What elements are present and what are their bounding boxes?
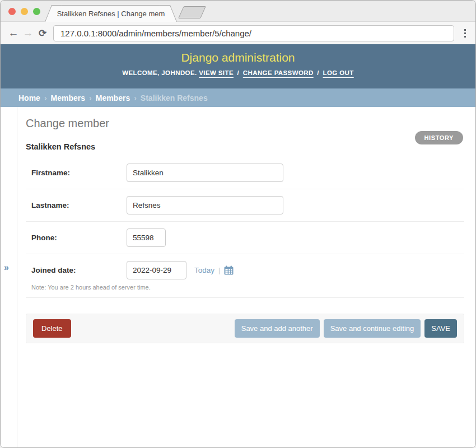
- welcome-text: WELCOME,: [122, 69, 159, 76]
- breadcrumb-home[interactable]: Home: [18, 94, 40, 102]
- view-site-link[interactable]: VIEW SITE: [199, 69, 234, 76]
- change-password-link[interactable]: CHANGE PASSWORD: [243, 69, 314, 76]
- username: JOHNDOE: [161, 69, 195, 76]
- delete-button[interactable]: Delete: [33, 319, 71, 338]
- date-shortcuts: Today |: [194, 265, 234, 275]
- lastname-label: Lastname:: [31, 201, 127, 209]
- today-link[interactable]: Today: [194, 266, 214, 274]
- shortcut-separator: |: [218, 266, 220, 274]
- page-content: » Change member HISTORY Stalikken Refsne…: [1, 107, 475, 447]
- breadcrumb-separator: ›: [89, 94, 92, 102]
- phone-field[interactable]: [127, 228, 166, 247]
- main-content: Change member HISTORY Stalikken Refsnes …: [17, 107, 475, 447]
- maximize-window-icon[interactable]: [33, 8, 40, 15]
- tab-title: Stalikken Refsnes | Change mem: [57, 10, 165, 18]
- breadcrumb-separator: ›: [134, 94, 137, 102]
- minimize-window-icon[interactable]: [21, 8, 28, 15]
- object-name: Stalikken Refsnes: [26, 142, 464, 151]
- nav-sidebar-strip: »: [1, 107, 17, 447]
- breadcrumb-separator: ›: [44, 94, 47, 102]
- logout-link[interactable]: LOG OUT: [323, 69, 354, 76]
- address-bar[interactable]: 127.0.0.1:8000/admin/members/member/5/ch…: [53, 25, 454, 41]
- browser-window: Stalikken Refsnes | Change mem ← → ⟳ 127…: [0, 0, 476, 448]
- form-row-joined-date: Joined date: Today |: [26, 254, 464, 298]
- timezone-note: Note: You are 2 hours ahead of server ti…: [31, 284, 464, 291]
- form-row-lastname: Lastname:: [26, 189, 464, 222]
- phone-label: Phone:: [31, 234, 127, 242]
- lastname-field[interactable]: [127, 196, 283, 214]
- reload-icon[interactable]: ⟳: [35, 26, 50, 40]
- breadcrumb-current: Stalikken Refsnes: [141, 94, 208, 102]
- submit-row: Delete Save and add another Save and con…: [26, 314, 464, 343]
- new-tab-button[interactable]: [178, 6, 206, 18]
- breadcrumb-members-model[interactable]: Members: [96, 94, 130, 102]
- browser-menu-icon[interactable]: [460, 26, 470, 40]
- window-controls: [8, 8, 40, 15]
- save-add-another-button[interactable]: Save and add another: [235, 319, 320, 338]
- close-window-icon[interactable]: [8, 8, 16, 15]
- forward-icon: →: [21, 26, 35, 40]
- joined-date-field[interactable]: [127, 261, 186, 279]
- breadcrumb: Home › Members › Members › Stalikken Ref…: [1, 88, 475, 107]
- browser-toolbar: ← → ⟳ 127.0.0.1:8000/admin/members/membe…: [1, 22, 475, 44]
- link-separator: /: [317, 69, 319, 76]
- save-continue-button[interactable]: Save and continue editing: [324, 319, 421, 338]
- back-icon[interactable]: ←: [6, 26, 21, 40]
- site-title[interactable]: Django administration: [181, 51, 295, 64]
- link-separator: /: [237, 69, 240, 76]
- url-text: 127.0.0.1:8000/admin/members/member/5/ch…: [60, 29, 251, 38]
- change-form: Firstname: Lastname: Phone: Joined date:…: [26, 157, 464, 298]
- firstname-field[interactable]: [127, 164, 283, 182]
- admin-header: Django administration WELCOME, JOHNDOE. …: [1, 44, 475, 88]
- firstname-label: Firstname:: [31, 169, 127, 177]
- browser-tab[interactable]: Stalikken Refsnes | Change mem: [53, 5, 169, 22]
- sidebar-toggle-icon[interactable]: »: [4, 263, 9, 273]
- save-button[interactable]: SAVE: [424, 319, 457, 338]
- user-tools: WELCOME, JOHNDOE. VIEW SITE / CHANGE PAS…: [1, 69, 475, 76]
- breadcrumb-members-app[interactable]: Members: [51, 94, 85, 102]
- save-button-group: Save and add another Save and continue e…: [235, 319, 457, 338]
- page-title: Change member: [26, 117, 464, 130]
- history-button[interactable]: HISTORY: [415, 131, 464, 144]
- calendar-icon[interactable]: [224, 265, 234, 275]
- form-row-phone: Phone:: [26, 222, 464, 254]
- joined-date-label: Joined date:: [31, 266, 127, 274]
- form-row-firstname: Firstname:: [26, 157, 464, 189]
- tab-strip: Stalikken Refsnes | Change mem: [1, 1, 475, 22]
